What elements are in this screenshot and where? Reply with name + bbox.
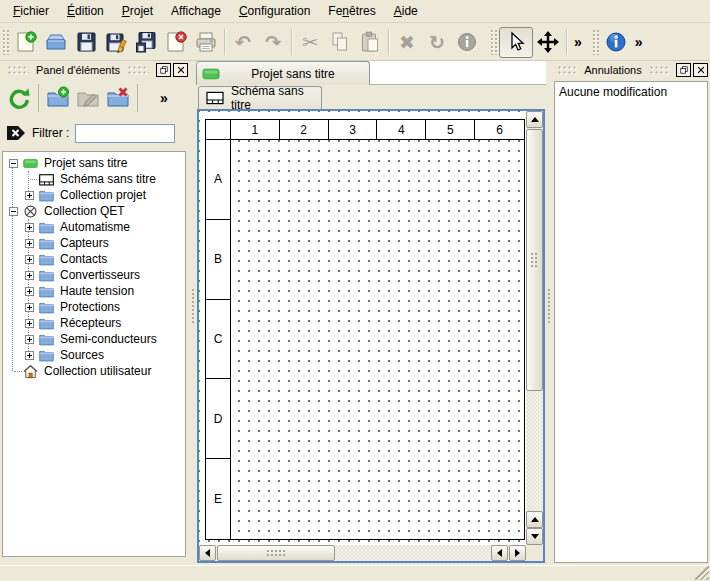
expand-expander-icon[interactable] [25,351,34,360]
new-category-button[interactable] [43,83,73,113]
horizontal-scrollbar-thumb[interactable] [217,545,335,561]
tree-item-projet-sans-titre[interactable]: Projet sans titre [5,155,185,171]
move-tool-icon [536,30,560,54]
menu-configuration[interactable]: Configuration [230,1,319,21]
panel-overflow-button[interactable]: » [156,90,172,106]
save-as-button[interactable] [101,27,131,57]
tree-item-collection-projet[interactable]: Collection projet [5,187,185,203]
expand-expander-icon[interactable] [25,303,34,312]
toolbar-overflow-button[interactable]: » [570,34,586,50]
close-document-button[interactable] [161,27,191,57]
arrow-right-icon [515,549,520,557]
schema-icon [38,172,55,187]
print-button[interactable] [191,27,221,57]
open-button[interactable] [41,27,71,57]
folder-icon [38,188,55,203]
dock-float-button[interactable] [676,63,691,77]
menu-edition[interactable]: Édition [58,1,113,21]
elements-panel-titlebar[interactable]: Panel d'éléments [2,61,188,79]
select-tool-button[interactable] [499,27,533,58]
tree-item-automatisme[interactable]: Automatisme [5,219,185,235]
tree-item-capteurs[interactable]: Capteurs [5,235,185,251]
schema-canvas[interactable]: 1 2 3 4 5 6 A B C D E [199,111,526,545]
expand-expander-icon[interactable] [25,335,34,344]
new-document-button[interactable] [11,27,41,57]
delete-button[interactable]: ✖ [392,27,422,57]
cut-button[interactable]: ✂ [295,27,325,57]
scroll-down-button[interactable] [526,528,543,545]
tree-item-collection-qet[interactable]: Collection QET [5,203,185,219]
rotate-button[interactable]: ↻ [422,27,452,57]
menu-aide[interactable]: Aide [385,1,427,21]
main-toolbar: ↶ ↷ ✂ ✖ ↻ » » [0,24,710,61]
vertical-scrollbar-thumb[interactable] [526,129,543,391]
expand-expander-icon[interactable] [25,239,34,248]
scroll-left-button[interactable] [199,545,216,561]
vertical-scrollbar[interactable] [526,111,543,545]
tree-item-recepteurs[interactable]: Récepteurs [5,315,185,331]
tab-schema-sans-titre[interactable]: Schéma sans titre [198,86,322,109]
expand-expander-icon[interactable] [25,319,34,328]
toolbar-separator [291,29,292,55]
tree-item-sources[interactable]: Sources [5,347,185,363]
copy-button[interactable] [325,27,355,57]
paste-button[interactable] [355,27,385,57]
close-icon [176,65,186,75]
expand-expander-icon[interactable] [25,287,34,296]
menu-bar: Fichier Édition Projet Affichage Configu… [0,0,710,23]
expand-expander-icon[interactable] [25,255,34,264]
menu-affichage[interactable]: Affichage [162,1,230,21]
move-tool-button[interactable] [533,27,563,57]
folder-icon [38,268,55,283]
dock-float-button[interactable] [156,63,171,77]
row-header: C [206,300,231,380]
elements-tree-panel[interactable]: Projet sans titre Schéma sans titre Coll… [2,151,186,557]
dock-close-button[interactable] [693,63,708,77]
collapse-expander-icon[interactable] [9,159,18,168]
tree-item-contacts[interactable]: Contacts [5,251,185,267]
undo-list-item[interactable]: Aucune modification [559,84,703,100]
tree-item-convertisseurs[interactable]: Convertisseurs [5,267,185,283]
toolbar-overflow-button[interactable]: » [631,34,647,50]
expand-expander-icon[interactable] [25,191,34,200]
undo-history-list[interactable]: Aucune modification [554,81,708,563]
toolbar-drag-handle[interactable] [592,29,599,55]
undo-button[interactable]: ↶ [228,27,258,57]
edit-category-button[interactable] [73,83,103,113]
tree-item-collection-utilisateur[interactable]: Collection utilisateur [5,363,185,379]
tree-item-protections[interactable]: Protections [5,299,185,315]
select-tool-icon [504,30,528,54]
delete-category-button[interactable] [103,83,133,113]
scroll-up-button[interactable] [526,111,543,128]
size-grip[interactable] [695,566,709,580]
expand-expander-icon[interactable] [25,223,34,232]
expand-expander-icon[interactable] [25,271,34,280]
toolbar-drag-handle[interactable] [2,29,9,55]
tab-projet-sans-titre[interactable]: Projet sans titre [196,61,370,85]
horizontal-scrollbar[interactable] [199,545,526,561]
clear-filter-button[interactable] [6,125,26,141]
menu-projet[interactable]: Projet [113,1,162,21]
scroll-up-button-2[interactable] [526,511,543,528]
tree-item-schema-sans-titre[interactable]: Schéma sans titre [5,171,185,187]
dock-close-button[interactable] [173,63,188,77]
toolbar-drag-handle[interactable] [490,29,497,55]
filter-input[interactable] [75,124,175,143]
save-button[interactable] [71,27,101,57]
menu-fenetres[interactable]: Fenêtres [319,1,384,21]
info-button[interactable] [452,27,482,57]
scroll-left-button-2[interactable] [491,545,508,561]
column-header: 6 [475,120,524,140]
reload-collections-button[interactable] [4,83,34,113]
tree-item-semi-conducteurs[interactable]: Semi-conducteurs [5,331,185,347]
collapse-expander-icon[interactable] [9,207,18,216]
scroll-right-button[interactable] [509,545,526,561]
about-button[interactable] [601,27,631,57]
thumb-grip [266,549,286,557]
tree-item-haute-tension[interactable]: Haute tension [5,283,185,299]
undo-panel-titlebar[interactable]: Annulations [552,61,708,79]
menu-fichier[interactable]: Fichier [4,1,58,21]
redo-button[interactable]: ↷ [258,27,288,57]
delete-category-icon [106,86,130,110]
save-all-button[interactable] [131,27,161,57]
